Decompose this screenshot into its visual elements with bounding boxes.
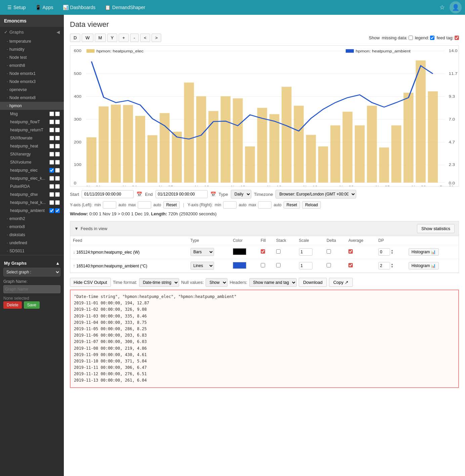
feed-type-ambient[interactable]: Lines Bars [191,262,214,270]
sidebar-item-sds011[interactable]: - SDS011 [0,247,64,255]
time-btn-W[interactable]: W [82,34,93,42]
yaxis-right-max-input[interactable] [258,201,271,209]
time-btn-plus[interactable]: + [119,34,129,42]
delete-graph-button[interactable]: Delete [3,301,22,309]
null-values-select[interactable]: Show [206,278,227,287]
feed-item-dhw[interactable]: heatpump_dhw [0,190,64,199]
feed-checkbox-flowT-1[interactable] [49,120,54,124]
user-avatar[interactable]: 👤 [450,1,462,13]
feed-checkbox-msg-2[interactable] [55,112,60,116]
feed-stack-elec[interactable] [276,249,281,254]
feed-checkbox-heat-k-2[interactable] [55,200,60,205]
show-legend-checkbox[interactable] [430,36,434,40]
sidebar-item-emonth8[interactable]: - emonth8 [0,61,64,70]
time-btn-M[interactable]: M [95,34,106,42]
feed-fill-ambient[interactable] [261,263,265,267]
feed-checkbox-snxflowrate-2[interactable] [55,136,60,140]
yaxis-left-reset-button[interactable]: Reset [163,201,180,209]
apps-button[interactable]: 📱 Apps [31,3,57,12]
feed-checkbox-snxvolume-2[interactable] [55,160,60,165]
feed-checkbox-dhw-1[interactable] [49,192,54,197]
feed-dp-arrows-ambient[interactable]: ▲▼ [391,263,393,268]
yaxis-left-min-input[interactable] [103,201,116,209]
dashboards-button[interactable]: 📊 Dashboards [59,3,100,12]
graphs-section-header[interactable]: ✓ Graphs ◀ [0,27,64,37]
feed-checkbox-snxenergy-1[interactable] [49,152,54,157]
feed-item-flowT[interactable]: heatpump_flowT [0,118,64,126]
type-select[interactable]: Daily [231,190,251,199]
feed-delta-ambient[interactable] [327,263,331,267]
sidebar-item-emontx8b[interactable]: - emontx8 [0,223,64,231]
sidebar-item-undefined[interactable]: - undefined [0,239,64,247]
show-statistics-button[interactable]: Show statistics [417,224,455,233]
yaxis-left-max-input[interactable] [138,201,151,209]
feed-dp-ambient[interactable] [378,262,390,269]
feed-checkbox-elec-2[interactable] [55,168,60,173]
feed-checkbox-elec-k-2[interactable] [55,176,60,181]
feed-dp-elec[interactable] [378,248,390,256]
feed-checkbox-snxenergy-2[interactable] [55,152,60,157]
feed-checkbox-returnT-1[interactable] [49,128,54,132]
feed-checkbox-elec-1[interactable] [49,168,54,173]
timezone-select[interactable]: Browser: Europe/London (GMT +00:00) [276,190,356,199]
end-calendar-icon[interactable]: 📅 [210,191,216,197]
feed-item-elec[interactable]: heatpump_elec [0,166,64,174]
feed-checkbox-heat-1[interactable] [49,144,54,148]
copy-button[interactable]: Copy ↗ [329,278,353,287]
feed-stack-ambient[interactable] [276,263,281,267]
sidebar-item-hpmon[interactable]: - hpmon [0,102,64,110]
hide-csv-button[interactable]: Hide CSV Output [70,278,111,287]
feed-item-snxenergy[interactable]: SNXenergy [0,150,64,158]
yaxis-right-min-input[interactable] [223,201,237,209]
feed-item-elec-k[interactable]: heatpump_elec_k... [0,174,64,182]
feed-checkbox-pulseIRDA-1[interactable] [49,184,54,189]
feed-item-heat-k[interactable]: heatpump_heat_k... [0,199,64,207]
my-graphs-collapse-icon[interactable]: ▲ [55,261,60,266]
histogram-button-elec[interactable]: Histogram 📊 [409,248,439,256]
time-btn-prev[interactable]: < [140,34,150,42]
feed-fill-elec[interactable] [261,249,265,254]
start-date-input[interactable] [82,190,134,198]
feed-scale-ambient[interactable] [299,262,312,269]
sidebar-item-emontx8[interactable]: - Node emontx8 [0,94,64,102]
sidebar-item-emontx1[interactable]: - Node emontx1 [0,70,64,78]
download-button[interactable]: Download [299,278,327,287]
time-btn-Y[interactable]: Y [107,34,118,42]
star-button[interactable]: ☆ [436,1,448,13]
feed-item-snxvolume[interactable]: SNXvolume [0,158,64,166]
feed-scale-elec[interactable] [299,248,312,256]
feed-average-ambient[interactable] [348,263,353,267]
feed-color-ambient[interactable] [233,262,246,269]
time-btn-minus[interactable]: - [130,34,139,42]
save-graph-button[interactable]: Save [24,301,40,309]
feed-checkbox-ambient-2[interactable] [55,208,60,213]
feed-checkbox-msg-1[interactable] [49,112,54,116]
feed-checkbox-pulseIRDA-2[interactable] [55,184,60,189]
feed-item-snxflowrate[interactable]: SNXflowrate [0,134,64,142]
sidebar-item-nodetest[interactable]: - Node test [0,53,64,61]
feed-checkbox-ambient-1[interactable] [49,208,54,213]
feed-delta-elec[interactable] [327,249,331,254]
time-format-select[interactable]: Date-time string [139,278,179,287]
feed-checkbox-elec-k-1[interactable] [49,176,54,181]
graph-select[interactable]: Select graph : [3,268,60,276]
feed-type-elec[interactable]: Bars Lines [191,248,214,256]
feed-checkbox-dhw-2[interactable] [55,192,60,197]
end-date-input[interactable] [156,190,208,198]
feed-checkbox-heat-2[interactable] [55,144,60,148]
headers-select[interactable]: Show name and tag [249,278,297,287]
feed-item-heat[interactable]: heatpump_heat [0,142,64,150]
histogram-button-ambient[interactable]: Histogram 📊 [409,262,439,269]
sidebar-item-emonth2[interactable]: - emonth2 [0,215,64,223]
show-missing-data-checkbox[interactable] [409,36,413,40]
time-btn-next[interactable]: > [152,34,162,42]
sidebar-item-humidity[interactable]: - humidity [0,45,64,53]
yaxis-right-reset-button[interactable]: Reset [284,201,300,209]
feed-checkbox-returnT-2[interactable] [55,128,60,132]
feeds-header-title[interactable]: ▼ Feeds in view [74,226,107,231]
graph-name-input[interactable] [3,285,60,293]
sidebar-item-emontx3[interactable]: - Node emontx3 [0,78,64,86]
feed-checkbox-snxflowrate-1[interactable] [49,136,54,140]
feed-item-pulseIRDA[interactable]: PulseIRDA [0,182,64,190]
feed-average-elec[interactable] [348,249,353,254]
